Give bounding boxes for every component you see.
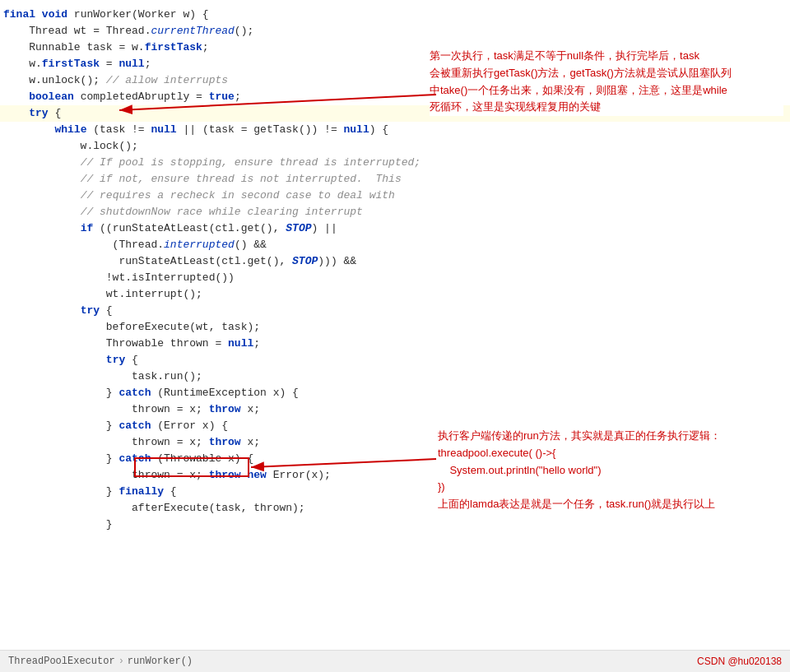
- code-line: try {: [0, 352, 790, 368]
- code-line: } catch (RuntimeException x) {: [0, 385, 790, 401]
- code-area: final void runWorker(Worker w) { Thread …: [0, 0, 790, 650]
- annotation-task-run: 执行客户端传递的run方法，其实就是真正的任务执行逻辑： threadpool.…: [438, 428, 783, 513]
- code-line: // If pool is stopping, ensure thread is…: [0, 155, 790, 171]
- code-line: (Thread.interrupted() &&: [0, 237, 790, 253]
- code-line: wt.interrupt();: [0, 286, 790, 303]
- csdn-handle: CSDN @hu020138: [697, 656, 782, 667]
- code-line-task-run: task.run();: [0, 368, 790, 385]
- code-line: }: [0, 517, 790, 533]
- code-line: // if not, ensure thread is not interrup…: [0, 171, 790, 188]
- breadcrumb-method: runWorker(): [128, 656, 193, 667]
- code-line: runStateAtLeast(ctl.get(), STOP))) &&: [0, 253, 790, 270]
- code-line: try {: [0, 303, 790, 319]
- code-line: Thread wt = Thread.currentThread();: [0, 23, 790, 39]
- annotation-first-execution: 第一次执行，task满足不等于null条件，执行完毕后，task 会被重新执行g…: [430, 48, 783, 116]
- breadcrumb-separator: ›: [118, 656, 124, 667]
- breadcrumb-class: ThreadPoolExecutor: [8, 656, 115, 667]
- code-line: thrown = x; throw x;: [0, 401, 790, 418]
- code-line: Throwable thrown = null;: [0, 336, 790, 352]
- code-line: // shutdownNow race while clearing inter…: [0, 204, 790, 220]
- code-line: // requires a recheck in second case to …: [0, 188, 790, 204]
- code-line: if ((runStateAtLeast(ctl.get(), STOP) ||: [0, 220, 790, 237]
- code-line: while (task != null || (task = getTask()…: [0, 122, 790, 138]
- code-line: beforeExecute(wt, task);: [0, 319, 790, 336]
- bottom-bar: ThreadPoolExecutor › runWorker() CSDN @h…: [0, 650, 790, 672]
- breadcrumb: ThreadPoolExecutor › runWorker(): [8, 656, 193, 667]
- code-line: final void runWorker(Worker w) {: [0, 7, 790, 23]
- code-line: !wt.isInterrupted()): [0, 270, 790, 286]
- code-line: w.lock();: [0, 138, 790, 155]
